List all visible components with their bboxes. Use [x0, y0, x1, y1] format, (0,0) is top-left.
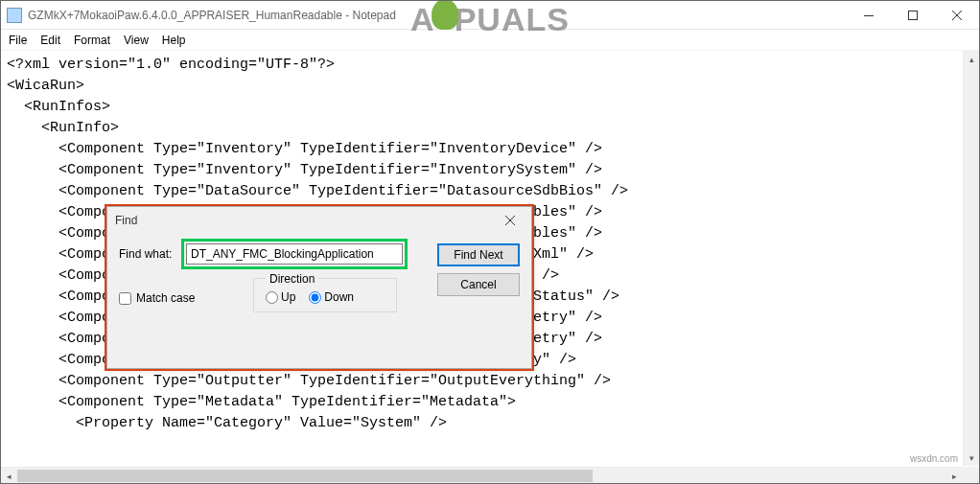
find-title-bar: Find	[107, 207, 531, 234]
title-bar: GZMkX+7MokaoiPaw.6.4.0.0_APPRAISER_Human…	[1, 1, 979, 30]
direction-group: Direction Up Down	[253, 278, 397, 312]
scroll-up-icon[interactable]: ▴	[964, 51, 980, 67]
match-case[interactable]: Match case	[119, 291, 195, 305]
direction-up[interactable]: Up	[266, 290, 295, 304]
horizontal-scroll-thumb[interactable]	[17, 470, 593, 482]
direction-up-radio[interactable]	[266, 291, 278, 304]
match-case-label: Match case	[136, 291, 195, 305]
attribution: wsxdn.com	[910, 453, 958, 464]
menu-help[interactable]: Help	[162, 34, 186, 47]
menu-bar: File Edit Format View Help	[1, 30, 979, 51]
maximize-icon	[908, 11, 918, 20]
minimize-icon	[864, 15, 874, 16]
direction-down[interactable]: Down	[309, 290, 354, 304]
scroll-left-icon[interactable]: ◂	[1, 468, 17, 484]
match-case-checkbox[interactable]	[119, 292, 131, 305]
window-controls	[847, 1, 979, 30]
close-icon	[505, 216, 515, 225]
close-icon	[952, 11, 962, 20]
find-dialog: Find Find what: Find Next Cancel Directi…	[106, 206, 532, 369]
find-next-button[interactable]: Find Next	[437, 243, 520, 266]
window-title: GZMkX+7MokaoiPaw.6.4.0.0_APPRAISER_Human…	[28, 9, 396, 22]
svg-rect-1	[909, 12, 918, 20]
find-title-text: Find	[115, 214, 137, 227]
notepad-icon	[7, 8, 22, 23]
maximize-button[interactable]	[891, 1, 935, 30]
vertical-scrollbar[interactable]: ▴ ▾	[963, 51, 979, 466]
find-what-input[interactable]	[186, 243, 403, 265]
scrollbar-corner	[963, 467, 979, 483]
menu-edit[interactable]: Edit	[40, 34, 60, 47]
svg-rect-0	[864, 15, 874, 16]
direction-down-radio[interactable]	[309, 291, 321, 304]
minimize-button[interactable]	[847, 1, 891, 30]
find-what-label: Find what:	[119, 247, 176, 261]
menu-view[interactable]: View	[124, 34, 149, 47]
menu-format[interactable]: Format	[74, 34, 110, 47]
find-close-button[interactable]	[497, 209, 524, 232]
scroll-down-icon[interactable]: ▾	[964, 449, 980, 466]
menu-file[interactable]: File	[9, 34, 27, 47]
scroll-right-icon[interactable]: ▸	[946, 468, 963, 484]
cancel-button[interactable]: Cancel	[437, 273, 520, 296]
close-button[interactable]	[935, 1, 979, 30]
horizontal-scrollbar[interactable]: ◂ ▸	[1, 467, 963, 483]
direction-legend: Direction	[266, 272, 318, 286]
